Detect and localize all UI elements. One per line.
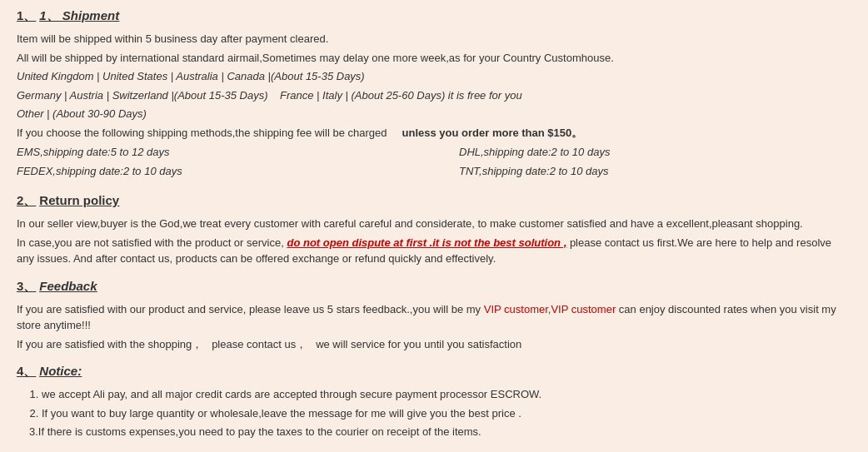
shipment-title: 1、1、 Shipment [17,8,851,24]
shipment-fee-line: If you choose the following shipping met… [17,125,851,142]
return-number: 2、 [17,193,36,207]
shipment-col-right: DHL,shipping date:2 to 10 days TNT,shipp… [459,144,851,181]
shipment-regions2: Germany | Austria | Switzerland |(About … [17,87,851,104]
feedback-number: 3、 [17,279,36,293]
shipment-section: 1、1、 Shipment Item will be shipped withi… [17,8,851,181]
shipment-regions1: United Kingdom | United States | Austral… [17,68,851,85]
ems-line: EMS,shipping date:5 to 12 days [17,144,409,161]
notice-list: we accept Ali pay, and all major credit … [42,386,851,440]
return-policy-section: 2、Return policy In our seller view,buyer… [17,193,851,267]
notice-number: 4、 [17,364,36,378]
shipment-col-left: EMS,shipping date:5 to 12 days FEDEX,shi… [17,144,409,181]
notice-item-2: If you want to buy large quantity or who… [42,405,851,422]
return-line2: In case,you are not satisfied with the p… [17,235,851,267]
shipment-number: 1、 [17,8,36,22]
feedback-line2: If you are satisfied with the shopping， … [17,336,851,353]
return-policy-title: 2、Return policy [17,193,851,209]
shipment-methods: EMS,shipping date:5 to 12 days FEDEX,shi… [17,144,851,181]
feedback-section: 3、Feedback If you are satisfied with our… [17,279,851,353]
dhl-line: DHL,shipping date:2 to 10 days [459,144,851,161]
notice-item-1: we accept Ali pay, and all major credit … [42,386,851,403]
feedback-title: 3、Feedback [17,279,851,295]
feedback-line1: If you are satisfied with our product an… [17,301,851,334]
vip-text: VIP customer,VIP customer [484,303,616,315]
shipment-fee-bold: unless you order more than $150。 [402,127,583,139]
shipment-line1: Item will be shipped within 5 business d… [17,31,851,47]
dispute-warning: do not open dispute at first .it is not … [287,236,566,249]
shipment-regions3: Other | (About 30-90 Days) [17,106,851,122]
notice-item-3: 3.If there is customs expenses,you need … [29,424,851,440]
shipment-line2: All will be shipped by international sta… [17,50,851,67]
notice-section: 4、Notice: we accept Ali pay, and all maj… [17,364,851,440]
return-line1: In our seller view,buyer is the God,we t… [17,216,851,232]
notice-title: 4、Notice: [17,364,851,380]
fedex-line: FEDEX,shipping date:2 to 10 days [17,163,409,180]
tnt-line: TNT,shipping date:2 to 10 days [459,163,851,180]
